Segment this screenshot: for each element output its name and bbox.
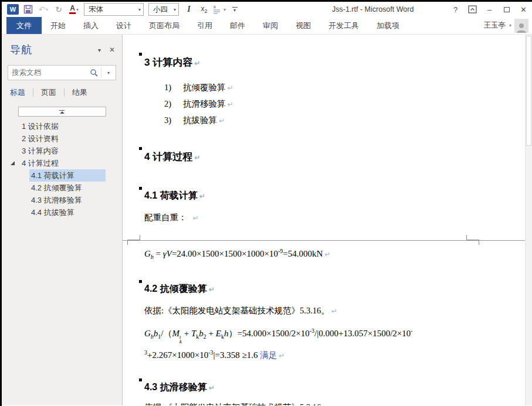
svg-text:a: a [214,5,216,9]
restore-icon [504,7,510,12]
formula-overturn-line1: Gbb1/（Mtk + Tkb2 + Ekh）=54.000×1500/2×10… [144,327,413,344]
doc-basis-4-3-clipped: 依据:《太阳能发电站支架基础技术规范》5.3.16。 [144,402,330,405]
word-window: W ↶ ▾ ↻ A ▾ [2,2,532,406]
nav-tab-headings[interactable]: 标题 [10,87,33,98]
search-dropdown-icon: ▾ [107,70,110,76]
title-bar: W ↶ ▾ ↻ A ▾ [2,2,532,17]
font-color-button[interactable]: A ▾ [66,3,82,16]
heading-anchor-icon [139,147,142,150]
document-page: 3 计算内容↵ 1)抗倾覆验算↵ 2)抗滑移验算↵ 3)抗拔验算↵ 4 计算过程… [123,35,532,405]
tab-developer[interactable]: 开发工具 [320,17,368,34]
restore-button[interactable] [498,2,515,17]
doc-heading-4-2: 4.2 抗倾覆验算↵ [144,283,215,295]
search-button[interactable] [87,66,101,80]
subscript-icon: x2 [201,5,207,14]
font-size-select[interactable]: 小四 ▾ [148,3,179,16]
search-options-button[interactable]: ▾ [101,66,116,80]
doc-heading-4-3: 4.3 抗滑移验算↵ [144,381,215,394]
font-size-dropdown-icon: ▾ [169,7,176,12]
avatar [514,19,528,33]
account-area[interactable]: 王玉亭 ▾ [483,17,532,34]
italic-button[interactable]: I [181,3,196,16]
window-controls: ? – ✕ [447,2,532,17]
nav-close-icon[interactable]: ✕ [109,46,115,54]
help-icon: ? [453,5,458,14]
tab-insert[interactable]: 插入 [74,17,107,34]
scroll-top-icon [59,110,65,111]
nav-tab-results[interactable]: 结果 [65,87,95,98]
redo-button[interactable]: ↻ [51,3,66,16]
nav-options-dropdown-icon[interactable]: ▾ [98,47,101,53]
window-title: Jss-1.rtf - Microsoft Word [332,5,414,13]
navigation-pane: 导航 ▾ ✕ ▾ 标题 [2,35,123,405]
doc-heading-4: 4 计算过程↵ [144,150,200,163]
heading-item-4[interactable]: 4 计算过程 [2,157,122,169]
expand-triangle-icon[interactable] [11,161,15,165]
doc-list-item-1: 1)抗倾覆验算↵ [164,82,233,93]
font-color-icon: A [69,5,76,14]
nav-scroll-top-button[interactable] [18,107,106,117]
formula-gb: Gb = γV=24.00×1500×1500×1000×10-9=54.000… [144,248,330,260]
close-icon: ✕ [520,5,527,14]
word-logo-button[interactable]: W [5,3,21,16]
tab-review[interactable]: 审阅 [254,17,287,34]
tab-design[interactable]: 设计 [107,17,140,34]
search-input[interactable] [8,69,87,77]
doc-heading-3: 3 计算内容↵ [144,56,200,69]
margin-mark-right-2 [472,241,479,245]
font-name-select[interactable]: 宋体 ▾ [84,3,144,16]
page-break-line [123,240,525,241]
tab-page-layout[interactable]: 页面布局 [140,17,188,34]
heading-item-3[interactable]: 3 计算内容 [2,145,122,157]
customize-qat-button[interactable]: ▾ [227,3,242,16]
heading-item-4-1-selected[interactable]: 4.1 荷载计算 [2,169,122,182]
tab-view[interactable]: 视图 [287,17,320,34]
heading-item-2[interactable]: 2 设计资料 [2,132,122,145]
font-name-value: 宋体 [89,5,103,15]
minimize-button[interactable]: – [481,2,498,17]
doc-basis-4-2: 依据:《太阳能发电站支架基础技术规范》5.3.16。↵ [144,305,337,316]
tab-home[interactable]: 开始 [42,17,74,34]
heading-anchor-icon [139,280,142,283]
tab-file[interactable]: 文件 [6,17,42,34]
undo-dropdown-icon: ▾ [46,7,48,12]
save-button[interactable] [21,3,36,16]
undo-icon: ↶ [39,5,46,14]
search-icon [90,69,98,77]
phonetic-guide-icon: a [213,5,223,14]
margin-mark-left [127,235,140,240]
heading-anchor-icon [139,187,142,190]
font-size-value: 小四 [153,5,168,15]
tab-references[interactable]: 引用 [188,17,221,34]
tab-addins[interactable]: 加载项 [368,17,408,34]
search-box: ▾ [8,65,116,80]
tab-mailings[interactable]: 邮件 [221,17,254,34]
phonetic-dropdown-icon: ▾ [223,7,226,12]
formula-overturn-line2: 3+2.267×1000×10-3|=3.358 ≥1.6 满足↵ [144,349,284,361]
undo-button[interactable]: ↶ ▾ [36,3,51,16]
italic-icon: I [187,5,190,14]
phonetic-guide-button[interactable]: a ▾ [212,3,227,16]
heading-item-1[interactable]: 1 设计依据 [2,120,122,132]
scrollbar-thumb[interactable] [526,36,531,146]
doc-list-item-3: 3)抗拔验算↵ [164,115,225,126]
heading-anchor-icon [139,53,142,56]
nav-tab-pages[interactable]: 页面 [33,87,64,98]
account-dropdown-icon: ▾ [509,23,511,28]
margin-mark-left-2 [127,241,134,245]
heading-item-4-2[interactable]: 4.2 抗倾覆验算 [2,182,122,194]
subscript-button[interactable]: x2 [196,3,212,16]
heading-anchor-icon [139,378,142,381]
nav-tabs: 标题 页面 结果 [10,87,122,98]
heading-item-4-3[interactable]: 4.3 抗滑移验算 [2,194,122,206]
minimize-icon: – [487,5,492,14]
close-button[interactable]: ✕ [515,2,532,17]
font-color-dropdown-icon: ▾ [76,7,79,12]
vertical-scrollbar[interactable] [525,35,532,405]
ribbon-display-options-button[interactable] [464,2,481,17]
doc-list-item-2: 2)抗滑移验算↵ [164,98,233,110]
headings-tree: 1 设计依据 2 设计资料 3 计算内容 4 计算过程 4.1 荷载计算 4.2… [2,120,122,219]
help-button[interactable]: ? [447,2,464,17]
save-icon [23,5,33,14]
heading-item-4-4[interactable]: 4.4 抗拔验算 [2,206,122,219]
